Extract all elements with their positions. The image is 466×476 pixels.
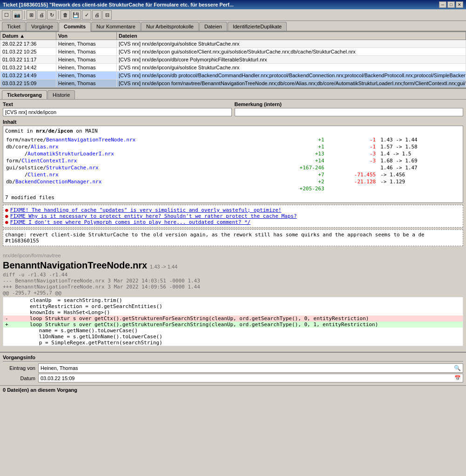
tab-vorgange[interactable]: Vorgänge	[26, 22, 58, 31]
diff-header-1: diff -u -r1.43 -r1.44	[3, 272, 463, 278]
commit-file-version: -> 1.129	[378, 179, 460, 185]
toolbar-btn-4[interactable]: 🖨	[37, 10, 46, 20]
commit-msg-box: change: revert client-side StrukturCache…	[3, 229, 463, 246]
cell-files: [CVS nrx] nrx/de/ipcon/gui/solstice Stru…	[117, 64, 466, 72]
cell-author: Heinen, Thomas	[56, 72, 117, 80]
table-row[interactable]: 01.03.22 11:17Heinen, Thomas[CVS nrx] nr…	[0, 56, 466, 64]
diff-box: cleanUp = searchString.trim() entityRest…	[3, 297, 463, 346]
commit-file-plus: +205-263	[270, 186, 326, 192]
cell-author: Heinen, Thomas	[56, 40, 117, 48]
commit-file-row: /AutomatikStrukturLoaderI.nrx+13-31.4 ->…	[6, 151, 460, 157]
toolbar-btn-save[interactable]: 💾	[71, 10, 81, 20]
vorgangsinfo-title: Vorgangsinfo	[3, 355, 463, 362]
commit-file-version: 1.43 -> 1.44	[378, 137, 460, 143]
title-bar-controls: ─ □ ✕	[439, 1, 463, 8]
file-section: nrx/de/ipcon/form/navtree BenanntNavigat…	[0, 248, 466, 352]
tab-ticket[interactable]: Ticket	[2, 22, 26, 31]
toolbar-btn-last[interactable]: ⊟	[102, 10, 112, 20]
tab-dateien[interactable]: Dateien	[199, 22, 227, 31]
commit-file-path: form/navtree/BenanntNavigationTreeNode.n…	[6, 137, 269, 143]
commit-file-path: form/ClientContextI.nrx	[6, 158, 269, 164]
commit-file-version	[378, 186, 460, 192]
table-row[interactable]: 01.03.22 10:25Heinen, Thomas[CVS nrx] nr…	[0, 48, 466, 56]
commit-file-row: +205-263	[6, 186, 460, 192]
inhalt-title: Inhalt	[3, 118, 463, 126]
calendar-icon[interactable]: 📅	[454, 375, 461, 381]
text-group: Text	[3, 101, 232, 116]
eintrag-label: Eintrag von	[3, 365, 35, 371]
commit-file-plus: +1	[270, 137, 326, 143]
status-bar: 0 Datei(en) an diesem Vorgang	[0, 385, 466, 394]
toolbar-btn-3[interactable]: ⊞	[27, 10, 36, 20]
cell-date: 28.02.22 17:36	[0, 40, 56, 48]
tab-identifizierte[interactable]: IdentifizierteDuplikate	[228, 22, 287, 31]
datum-text: 03.03.22 15:09	[41, 375, 74, 381]
file-name: BenanntNavigationTreeNode.nrx	[3, 260, 147, 271]
text-input[interactable]	[3, 108, 232, 116]
commit-file-minus: -1	[327, 144, 378, 150]
commit-file-path: db/core/Alias.nrx	[6, 144, 269, 150]
diff-line: - loop Struktur s over getCtx().getStruk…	[3, 315, 463, 322]
bemerkung-input[interactable]	[235, 108, 464, 116]
minimize-button[interactable]: ─	[439, 1, 446, 8]
modified-files: 7 modified files	[5, 194, 461, 201]
toolbar-btn-1[interactable]: ☐	[2, 10, 11, 20]
col-von[interactable]: Von	[56, 32, 117, 40]
commit-message: change: revert client-side StrukturCache…	[5, 232, 461, 238]
close-button[interactable]: ✕	[456, 1, 463, 8]
fixme-box: ● FIXME! The handling of cache "updates"…	[3, 205, 463, 228]
sub-tab-historie[interactable]: Historie	[47, 90, 75, 99]
commit-file-minus	[327, 165, 378, 171]
maximize-button[interactable]: □	[447, 1, 455, 8]
commit-file-minus: -3	[327, 151, 378, 157]
commit-file-row: form/navtree/BenanntNavigationTreeNode.n…	[6, 137, 460, 143]
tab-nur-kommentare[interactable]: Nur Kommentare	[91, 22, 141, 31]
sub-tabs: Ticketvorgang Historie	[0, 89, 466, 99]
tab-commits[interactable]: Commits	[59, 22, 91, 32]
commit-file-path: db/BackendConnectionManager.nrx	[6, 179, 269, 185]
commit-file-plus: +7	[270, 172, 326, 178]
commit-file-plus: +1	[270, 144, 326, 150]
toolbar-btn-check[interactable]: ✓	[82, 10, 91, 20]
form-row: Text Bemerkung (intern)	[0, 100, 466, 118]
commit-file-version: 1.46 -> 1.47	[378, 165, 460, 171]
eintrag-value: Heinen, Thomas 🔍	[38, 363, 463, 373]
cell-files: [CVS nrx] nrx/de/ipcon/db protocol/Backe…	[117, 72, 466, 80]
ticket-ref: #t168360155	[5, 238, 461, 244]
commit-file-row: /Client.nrx+7-71.455-> 1.456	[6, 172, 460, 178]
commit-file-plus: +13	[270, 151, 326, 157]
tab-nur-arbeits[interactable]: Nur Arbeitsprotokolle	[141, 22, 199, 31]
table-row[interactable]: 03.03.22 15:09Heinen, Thomas[CVS nrx] nr…	[0, 80, 466, 87]
toolbar-btn-delete[interactable]: 🗑	[61, 10, 70, 20]
sub-tab-ticketvorgang[interactable]: Ticketvorgang	[2, 90, 47, 99]
commit-file-minus: -1	[327, 137, 378, 143]
cell-date: 03.03.22 15:09	[0, 80, 56, 87]
toolbar-btn-print[interactable]: 🖨	[92, 10, 101, 20]
search-icon[interactable]: 🔍	[454, 365, 461, 371]
col-dateien[interactable]: Dateien	[117, 32, 466, 40]
bottom-panel: Ticketvorgang Historie Text Bemerkung (i…	[0, 88, 466, 352]
diff-header-2: --- BenanntNavigationTreeNode.nrx 3 Mar …	[3, 278, 463, 284]
commit-file-minus	[327, 186, 378, 192]
table-row[interactable]: 01.03.22 14:49Heinen, Thomas[CVS nrx] nr…	[0, 72, 466, 80]
table-row[interactable]: 01.03.22 14:42Heinen, Thomas[CVS nrx] nr…	[0, 64, 466, 72]
toolbar-sep-1	[24, 11, 25, 19]
toolbar-btn-2[interactable]: 📷	[12, 10, 22, 20]
cell-date: 01.03.22 10:25	[0, 48, 56, 56]
commit-file-row: db/core/Alias.nrx+1-11.57 -> 1.58	[6, 144, 460, 150]
datum-row: Datum 03.03.22 15:09 📅	[3, 374, 463, 382]
commit-file-version: 1.4 -> 1.5	[378, 151, 460, 157]
status-text: 0 Datei(en) an diesem Vorgang	[3, 387, 77, 393]
cell-date: 01.03.22 14:49	[0, 72, 56, 80]
toolbar-btn-5[interactable]: ↻	[47, 10, 56, 20]
cell-files: [CVS nrx] nrx/de/ipcon/db/core Polymorph…	[117, 56, 466, 64]
table-row[interactable]: 28.02.22 17:36Heinen, Thomas[CVS nrx] nr…	[0, 40, 466, 48]
commit-file-path: /Client.nrx	[6, 172, 269, 178]
cell-author: Heinen, Thomas	[56, 48, 117, 56]
eintrag-row: Eintrag von Heinen, Thomas 🔍	[3, 363, 463, 373]
title-bar: Ticket [168360155] "Rework des client-si…	[0, 0, 466, 9]
commit-file-path	[6, 186, 269, 192]
diff-line: entityRestriction = ord.getSearchEntitie…	[3, 303, 463, 309]
col-datum[interactable]: Datum ▲	[0, 32, 56, 40]
diff-line: p = SimpleRegex.getPattern(searchString)	[3, 340, 463, 346]
